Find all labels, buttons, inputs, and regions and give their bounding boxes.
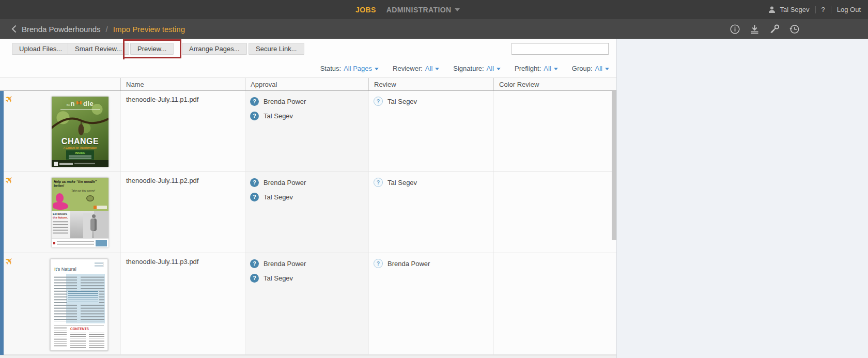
approval-pending-icon[interactable]: ? [250,97,259,106]
filter-preflight: Preflight: All [515,65,558,72]
branch-chrysalis-art [52,113,109,139]
filter-signature-value[interactable]: All [487,65,501,72]
file-name[interactable]: thenoodle-July.11.p3.pdf [126,258,198,266]
column-header-approval[interactable]: Approval [245,78,368,90]
selection-strip [0,91,4,355]
table-row[interactable]: ✈ the n dle CHAN [0,91,616,172]
body-text-lines [89,333,104,348]
review-pending-icon[interactable]: ? [374,97,383,106]
breadcrumb-separator: / [106,25,108,34]
plane-icon: ✈ [3,255,16,268]
thumb-rule [60,109,100,110]
filter-reviewer: Reviewer: All [393,65,439,72]
table-row[interactable]: ✈ Help us make “the noodle” better! Take… [0,172,616,253]
thumbnail-cell: ✈ the n dle CHAN [0,91,120,172]
review-cell: ? Brenda Power [368,253,493,354]
caret-down-icon [375,68,379,70]
approver-name: Brenda Power [264,179,306,186]
toolbar: Upload Files... Smart Review... Preview.… [0,39,616,59]
review-pending-icon[interactable]: ? [374,178,383,187]
thumb-masthead-left: n [71,100,75,107]
page-thumbnail[interactable]: It's Natural CONTENTS [50,259,108,351]
filter-signature-selected: All [487,65,494,72]
file-name[interactable]: thenoodle-July.11.p1.pdf [126,96,198,103]
caret-down-icon [497,68,501,70]
breadcrumb-current: Impo Preview testing [113,25,185,34]
approval-entry: ? Tal Segev [245,190,368,204]
key-icon[interactable] [769,24,780,35]
file-name[interactable]: thenoodle-July.11.p2.pdf [126,177,198,184]
column-header-thumbnail [0,78,120,90]
page-thumbnail[interactable]: Help us make “the noodle” better! Take o… [52,178,109,247]
search-box [512,43,609,55]
approval-pending-icon[interactable]: ? [250,274,259,283]
filter-group-label: Group: [572,65,593,72]
user-name: Tal Segev [780,6,809,13]
approval-pending-icon[interactable]: ? [250,259,259,268]
vertical-scrollbar-thumb[interactable] [612,91,616,240]
preview-button[interactable]: Preview... [130,43,174,55]
smart-review-button[interactable]: Smart Review... [68,43,129,55]
butterfly-icon [75,100,83,106]
job-action-icons [730,19,800,39]
divider-rule [54,325,104,325]
body-text-lines [54,327,67,348]
thumb-masthead-the: the [67,103,70,106]
nav-administration[interactable]: ADMINISTRATION [386,6,460,14]
filter-group-selected: All [595,65,602,72]
logout-link[interactable]: Log Out [837,6,861,13]
download-icon[interactable] [749,24,760,35]
review-pending-icon[interactable]: ? [374,259,383,268]
filter-group: Group: All [572,65,609,72]
brain-art [86,195,94,201]
filter-status: Status: All Pages [320,65,379,72]
thumb-inside-badge: INSIDE [66,150,94,160]
nav-jobs[interactable]: JOBS [355,6,376,14]
color-review-cell [493,91,616,172]
table-row[interactable]: ✈ It's Natural CONTENTS thenoodle-July.1… [0,253,616,355]
thumb-ad-headline: Help us make “the noodle” better! [54,180,106,188]
filter-status-value[interactable]: All Pages [344,65,379,72]
nav-administration-label: ADMINISTRATION [386,6,452,14]
pull-quote-art [68,291,98,303]
thumb-inside-label: INSIDE [75,151,85,154]
breadcrumb-parent: Brenda Powderhounds [22,25,101,34]
approver-name: Brenda Power [264,98,306,105]
filter-reviewer-value[interactable]: All [425,65,439,72]
thumb-footer [52,160,109,167]
help-link[interactable]: ? [822,6,825,13]
secure-link-button[interactable]: Secure Link... [249,43,304,55]
caret-down-icon [605,68,609,70]
filter-bar: Status: All Pages Reviewer: All Signatur… [0,59,616,77]
user-menu[interactable]: Tal Segev [768,6,809,14]
top-bar: JOBS ADMINISTRATION Tal Segev ? Log Out [0,0,868,19]
history-icon[interactable] [789,24,800,35]
breadcrumb-bar: Brenda Powderhounds / Impo Preview testi… [0,19,868,39]
review-entry: ? Tal Segev [369,175,493,190]
approval-entry: ? Brenda Power [245,175,368,190]
approval-pending-icon[interactable]: ? [250,178,259,187]
approval-cell: ? Brenda Power ? Tal Segev [245,253,368,354]
color-review-cell [493,172,616,253]
upload-files-button[interactable]: Upload Files... [12,43,69,55]
person-art [90,214,97,235]
approval-pending-icon[interactable]: ? [250,112,259,120]
filter-preflight-value[interactable]: All [544,65,557,72]
column-header-name[interactable]: Name [120,78,245,90]
column-header-review[interactable]: Review [368,78,493,90]
page-corner-note [95,262,103,267]
body-text-lines [70,333,86,348]
breadcrumb-back[interactable]: Brenda Powderhounds [11,25,101,34]
top-bar-right: Tal Segev ? Log Out [768,0,861,19]
search-input[interactable] [517,44,610,54]
page-thumbnail[interactable]: the n dle CHANGE A Catalyst for Tr [52,97,109,167]
column-header-color-review[interactable]: Color Review [493,78,616,90]
filter-group-value[interactable]: All [595,65,609,72]
approval-pending-icon[interactable]: ? [250,193,259,201]
approver-name: Tal Segev [264,112,293,120]
thumb-masthead: the n dle [52,100,109,107]
arrange-pages-button[interactable]: Arrange Pages... [182,43,247,55]
approver-name: Brenda Power [264,260,306,268]
info-icon[interactable] [730,24,740,35]
chevron-left-icon [11,25,17,33]
